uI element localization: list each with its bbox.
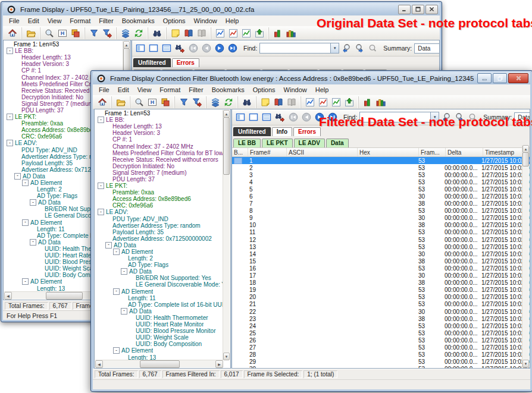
tree-item[interactable]: LE BB: [95,117,223,123]
tree-item[interactable]: Advertiser Address Type: random [95,222,223,229]
frame-row[interactable]: 275300:00:00.0...1/27/2015 10:02:04.7635… [232,344,530,351]
menu-window[interactable]: Window [190,17,221,25]
first-frame-icon[interactable] [287,111,300,123]
export-chart-icon[interactable] [253,27,266,39]
tree-item[interactable]: PDU Length: 37 [95,176,223,183]
menu-edit[interactable]: Edit [24,17,43,25]
restore-button[interactable] [493,73,507,83]
tree-item[interactable]: BR/EDR Not Supported: Yes [95,275,223,281]
frame-display-app-icon[interactable] [95,73,108,84]
collapse-icon[interactable] [98,183,104,189]
zoom-icon[interactable] [133,96,146,108]
frame-row[interactable]: 125300:00:00.0...1/27/2015 10:02:04.6823… [232,236,530,243]
scroll-thumb[interactable] [46,292,83,300]
menu-format[interactable]: Format [155,86,184,94]
timing-chart-blue-icon[interactable] [303,96,317,108]
summary-dropdown[interactable]: Data [414,43,440,54]
first-frame-icon[interactable] [187,42,200,54]
menu-edit[interactable]: Edit [114,86,133,94]
duplicate-view-icon[interactable] [69,27,82,39]
tree-item[interactable]: Header Version: 3 [95,130,223,136]
frame-row[interactable]: 265300:00:00.0...1/27/2015 10:02:04.7585… [232,337,530,344]
zoom-icon[interactable] [43,27,56,39]
search-next-icon[interactable] [353,42,366,54]
frame-row[interactable]: 223000:00:00.0...1/27/2015 10:02:04.7340… [232,308,530,315]
find-binoculars-icon[interactable] [240,96,254,108]
pane-layout-full-icon[interactable] [247,111,260,123]
tree-item[interactable]: Access Address: 0x8e89bed6 [95,196,223,202]
menu-filter[interactable]: Filter [95,17,117,25]
find-combobox[interactable] [259,43,339,54]
add-note-icon[interactable] [259,96,272,108]
pane-layout-list-icon[interactable] [260,111,273,123]
collapse-icon[interactable] [7,114,13,120]
add-note-icon[interactable] [169,27,182,39]
minimize-button[interactable] [477,73,492,83]
frame-display-app-icon[interactable] [5,4,18,15]
collapse-icon[interactable] [121,308,127,315]
protocol-layers-icon[interactable] [209,96,222,108]
tree-item[interactable]: Length: 2 [95,255,223,262]
collapse-icon[interactable] [7,48,13,54]
menu-filter[interactable]: Filter [184,86,207,94]
tree-item[interactable]: LE General Discoverable Mode: Yes [95,281,223,288]
tree-item[interactable]: LE BB: [4,48,123,54]
scroll-down-icon[interactable] [522,360,529,367]
frame-row[interactable]: 295300:00:00.0...1/27/2015 10:02:04.7792… [232,359,530,366]
frame-row[interactable]: 115300:00:00.0...1/27/2015 10:02:04.6773… [232,229,530,236]
frame-row[interactable]: 85300:00:00.0...1/27/2015 10:02:04.6579.… [232,207,530,215]
tree-item[interactable]: Preamble: 0xaa [95,189,223,196]
tree-item[interactable]: AD Type: Flags [95,262,223,268]
filter-apply-icon[interactable] [101,27,114,39]
timing-chart-green-icon[interactable] [330,96,343,108]
tree-item[interactable]: Signal Strength: 7 (medium) [95,169,223,176]
next-frame-icon[interactable] [213,42,226,54]
tree-item[interactable]: Receive Status: Received without errors [95,156,223,163]
fit-width-icon[interactable]: H [146,96,159,108]
frame-row[interactable]: 93000:00:00.0...1/27/2015 10:02:04.6584.… [232,215,530,222]
collapse-icon[interactable] [30,199,36,206]
duplicate-view-icon[interactable] [159,96,172,108]
menu-file[interactable]: File [5,17,24,25]
export-chart-icon[interactable] [343,96,356,108]
column-header-b[interactable]: B... [232,148,248,156]
protocol-tab-le-bb[interactable]: LE BB [233,139,261,147]
frame-row[interactable]: 205300:00:00.0...1/27/2015 10:02:04.7160… [232,294,530,301]
frame-row[interactable]: 35300:00:00.0...1/27/2015 10:02:04.6335.… [232,171,530,178]
tree-item[interactable]: Header Length: 13 [95,123,223,130]
search-clear-icon[interactable] [366,42,379,54]
fit-width-icon[interactable]: H [56,27,69,39]
previous-frame-icon[interactable] [300,111,313,123]
frame-row[interactable]: 1531/27/2015 10:02:04.6235... [232,157,530,164]
frame-row[interactable]: 135300:00:00.0...1/27/2015 10:02:04.6873… [232,243,530,250]
maximize-button[interactable] [412,5,424,14]
scroll-thumb[interactable] [140,360,180,368]
scroll-thumb[interactable] [223,117,230,175]
tree-item[interactable]: Meets Predefined Filter Criteria for BT … [95,150,223,156]
frame-row[interactable]: 183800:00:00.0...1/27/2015 10:02:04.7069… [232,279,530,287]
column-header-frame[interactable]: Frame# [248,148,287,156]
menu-file[interactable]: File [95,86,114,94]
tree-item[interactable]: PDU Type: ADV_IND [95,216,223,222]
collapse-icon[interactable] [22,180,29,186]
frame-row[interactable]: 285300:00:00.0...1/27/2015 10:02:04.7685… [232,351,530,359]
tree-horizontal-scrollbar[interactable] [95,360,223,367]
close-button[interactable] [508,73,528,83]
titlebar[interactable]: Frame Display Connection Filter Bluetoot… [93,72,530,84]
tree-item[interactable]: CRC: 0xfe96a6 [95,202,223,209]
filter-icon[interactable] [177,96,190,108]
frame-row[interactable]: 173000:00:00.0...1/27/2015 10:02:04.7065… [232,272,530,279]
tree-item[interactable]: AD Element [95,288,223,295]
collapse-icon[interactable] [22,219,29,226]
table-vertical-scrollbar[interactable] [522,145,529,367]
filter-tab-unfiltered[interactable]: Unfiltered [233,127,271,136]
scroll-left-icon[interactable] [4,292,12,300]
collapse-icon[interactable] [14,173,21,180]
scroll-down-icon[interactable] [223,353,230,360]
protocol-tab-le-adv[interactable]: LE ADV [294,139,325,147]
filter-apply-icon[interactable] [190,96,204,108]
tree-item[interactable]: LE PKT: [95,183,223,189]
open-file-icon[interactable] [114,96,127,108]
tree-item[interactable]: Advertiser Address: 0x712500000002 [95,235,223,242]
menu-options[interactable]: Options [249,86,280,94]
